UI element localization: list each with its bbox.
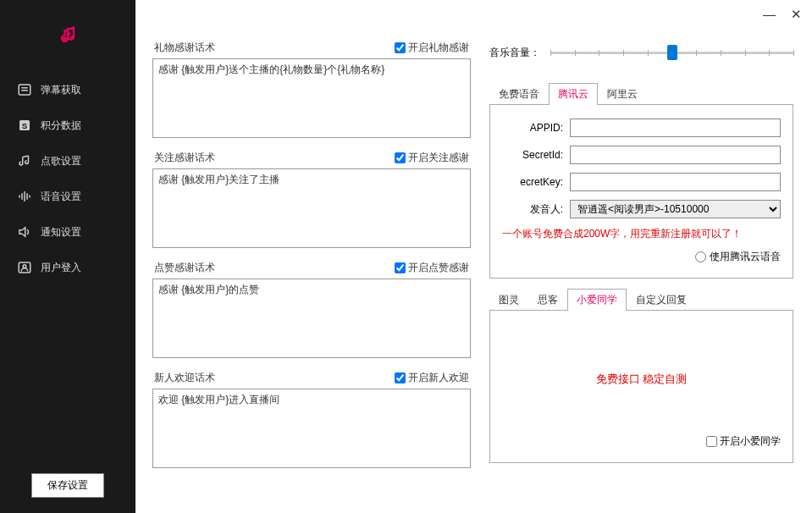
music-icon: [17, 153, 32, 168]
tab-xiaoai[interactable]: 小爱同学: [567, 289, 627, 311]
tts-section: 免费语音 腾讯云 阿里云 APPID: SecretId: ecretKey:: [489, 83, 793, 279]
like-textarea[interactable]: [152, 279, 471, 358]
svg-point-1: [71, 35, 75, 39]
volume-slider[interactable]: [550, 44, 793, 61]
welcome-textarea[interactable]: [152, 389, 471, 468]
tencent-panel: APPID: SecretId: ecretKey: 发音人:: [489, 105, 793, 279]
like-title: 点赞感谢话术: [154, 261, 215, 275]
tab-free-tts[interactable]: 免费语音: [489, 83, 549, 105]
tab-tuling[interactable]: 图灵: [489, 289, 528, 311]
nav-item-points[interactable]: S 积分数据: [0, 108, 135, 143]
secretid-input[interactable]: [570, 146, 781, 164]
nav-label: 点歌设置: [41, 154, 81, 168]
gift-title: 礼物感谢话术: [154, 41, 215, 55]
nav-label: 积分数据: [41, 119, 81, 133]
secretkey-label: ecretKey:: [502, 176, 563, 188]
svg-point-0: [63, 36, 68, 41]
nav-item-voice[interactable]: 语音设置: [0, 179, 135, 214]
appid-label: APPID:: [502, 122, 563, 134]
sidebar: 弹幕获取 S 积分数据 点歌设置 语音设置 通知设置 用户登入: [0, 0, 135, 513]
xiaoai-checkbox[interactable]: 开启小爱同学: [706, 434, 781, 449]
secretid-label: SecretId:: [502, 149, 563, 161]
nav-label: 用户登入: [41, 261, 81, 275]
user-icon: [17, 260, 32, 275]
volume-thumb[interactable]: [667, 45, 677, 60]
nav-item-login[interactable]: 用户登入: [0, 250, 135, 285]
follow-block: 关注感谢话术 开启关注感谢: [152, 151, 471, 251]
app-logo: [0, 0, 135, 72]
tab-aliyun[interactable]: 阿里云: [598, 83, 647, 105]
like-checkbox[interactable]: 开启点赞感谢: [395, 261, 469, 275]
voice-label: 发音人:: [502, 202, 563, 217]
follow-checkbox[interactable]: 开启关注感谢: [395, 151, 469, 165]
save-button[interactable]: 保存设置: [31, 473, 104, 498]
waveform-icon: [17, 189, 32, 204]
secretkey-input[interactable]: [570, 173, 781, 191]
tts-tabs: 免费语音 腾讯云 阿里云: [489, 83, 793, 105]
volume-row: 音乐音量：: [489, 41, 793, 73]
tab-custom-reply[interactable]: 自定义回复: [627, 289, 696, 311]
reply-tabs: 图灵 思客 小爱同学 自定义回复: [489, 289, 793, 311]
tab-sike[interactable]: 思客: [528, 289, 567, 311]
svg-text:S: S: [22, 121, 28, 130]
follow-textarea[interactable]: [152, 168, 471, 248]
tab-tencent[interactable]: 腾讯云: [549, 83, 598, 105]
tencent-note: 一个账号免费合成200W字，用完重新注册就可以了！: [502, 227, 781, 241]
gift-checkbox[interactable]: 开启礼物感谢: [395, 41, 469, 55]
s-icon: S: [17, 118, 32, 133]
reply-section: 图灵 思客 小爱同学 自定义回复 免费接口 稳定自测 开启小爱同学: [489, 289, 793, 463]
main-content: — ✕ 礼物感谢话术 开启礼物感谢 关注感谢话术 开启关注感谢 点: [135, 0, 812, 513]
voice-select[interactable]: 智逍遥<阅读男声>-10510000: [570, 200, 781, 218]
nav-label: 弹幕获取: [41, 83, 81, 97]
welcome-block: 新人欢迎话术 开启新人欢迎: [152, 371, 471, 471]
nav-list: 弹幕获取 S 积分数据 点歌设置 语音设置 通知设置 用户登入: [0, 72, 135, 458]
nav-label: 通知设置: [41, 225, 81, 240]
gift-textarea[interactable]: [152, 58, 471, 138]
welcome-checkbox[interactable]: 开启新人欢迎: [395, 371, 469, 385]
follow-title: 关注感谢话术: [154, 151, 215, 165]
nav-label: 语音设置: [41, 190, 81, 204]
speaker-icon: [17, 224, 32, 240]
close-button[interactable]: ✕: [791, 7, 802, 22]
use-tencent-radio[interactable]: 使用腾讯云语音: [502, 250, 781, 264]
welcome-title: 新人欢迎话术: [154, 371, 215, 385]
xiaoai-panel: 免费接口 稳定自测 开启小爱同学: [489, 311, 793, 463]
nav-item-song[interactable]: 点歌设置: [0, 143, 135, 179]
svg-point-13: [23, 265, 26, 268]
list-icon: [17, 82, 32, 97]
nav-item-notify[interactable]: 通知设置: [0, 214, 135, 250]
xiaoai-message: 免费接口 稳定自测: [596, 372, 688, 387]
volume-label: 音乐音量：: [489, 46, 540, 60]
like-block: 点赞感谢话术 开启点赞感谢: [152, 261, 471, 361]
minimize-button[interactable]: —: [763, 7, 776, 22]
appid-input[interactable]: [570, 119, 781, 137]
gift-block: 礼物感谢话术 开启礼物感谢: [152, 41, 471, 141]
window-controls: — ✕: [763, 7, 802, 22]
nav-item-danmu[interactable]: 弹幕获取: [0, 72, 135, 108]
